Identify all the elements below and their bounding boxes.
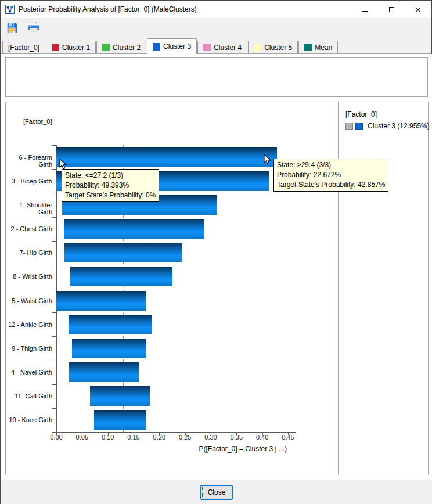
toolbar xyxy=(1,18,431,38)
category-label: 12 - Ankle Girth xyxy=(6,321,52,328)
y-axis-tick xyxy=(52,217,56,218)
tab-color-swatch xyxy=(153,43,160,51)
y-axis-tick xyxy=(52,384,56,385)
tooltip-line: Probability: 49.393% xyxy=(65,181,156,190)
tab-color-swatch xyxy=(52,44,59,51)
tooltip-line: Probability: 22.672% xyxy=(277,170,385,180)
x-tick-label: 0.35 xyxy=(225,434,248,441)
legend-item: Cluster 3 (12.955%) xyxy=(345,122,430,130)
bar-12-ankle-girth[interactable] xyxy=(69,315,152,334)
minimize-icon xyxy=(362,11,368,12)
tabstrip: [Factor_0]Cluster 1Cluster 2Cluster 3Clu… xyxy=(1,38,431,54)
category-label: 9 - Thigh Girth xyxy=(6,345,52,352)
tab-label: Cluster 5 xyxy=(264,44,292,52)
y-axis-tick xyxy=(52,145,56,146)
tooltip-low-state: State: <=27.2 (1/3)Probability: 49.393%T… xyxy=(62,169,159,202)
close-icon: × xyxy=(416,5,421,14)
x-tick-label: 0.05 xyxy=(70,434,93,441)
tooltip-line: Target State's Probability: 0% xyxy=(65,190,156,200)
bar-8-wrist-girth[interactable] xyxy=(70,267,172,286)
category-label: 11- Calf Girth xyxy=(6,393,52,399)
tab-color-swatch xyxy=(254,44,261,51)
x-tick-label: 0.15 xyxy=(122,434,145,441)
bar-5-waist-girth[interactable] xyxy=(56,291,146,311)
bar-11-calf-girth[interactable] xyxy=(90,386,150,406)
tab-cluster-4[interactable]: Cluster 4 xyxy=(197,41,247,53)
tab-cluster-2[interactable]: Cluster 2 xyxy=(96,41,146,53)
y-axis-tick xyxy=(52,289,56,289)
save-icon xyxy=(6,21,19,34)
mouse-cursor-icon xyxy=(59,159,67,170)
x-tick-label: 0.25 xyxy=(174,434,197,441)
close-window-button[interactable]: × xyxy=(405,1,431,18)
print-icon xyxy=(27,21,40,34)
y-axis-tick xyxy=(52,408,56,409)
x-tick-label: 0.45 xyxy=(276,434,300,441)
bar-4-navel-girth[interactable] xyxy=(69,362,139,382)
category-label: 10 - Knee Girth xyxy=(6,416,52,423)
print-button[interactable] xyxy=(26,20,41,35)
mouse-cursor-icon xyxy=(264,154,272,165)
y-axis-tick xyxy=(52,432,56,433)
close-dialog-button[interactable]: Close xyxy=(200,485,233,500)
x-tick-label: 0.00 xyxy=(45,434,68,441)
legend-label: Cluster 3 (12.955%) xyxy=(368,122,430,130)
bar-2-chest-girth[interactable] xyxy=(64,219,204,239)
x-axis-label: P([Factor_0] = Cluster 3 | ...) xyxy=(199,445,287,453)
legend-swatch-target xyxy=(355,123,363,130)
category-label: 7- Hip Girth xyxy=(6,249,52,256)
chart-panel: [Factor_0] P([Factor_0] = Cluster 3 | ..… xyxy=(5,102,334,474)
bar-6-forearm-girth[interactable] xyxy=(56,147,277,167)
tab-color-swatch xyxy=(203,44,211,51)
tab-label: Mean xyxy=(315,44,332,52)
tab-cluster-1[interactable]: Cluster 1 xyxy=(46,41,96,53)
tooltip-line: State: >29.4 (3/3) xyxy=(277,160,385,170)
x-tick-label: 0.20 xyxy=(147,434,171,441)
footer-bar: Close xyxy=(1,480,432,504)
category-label: 5 - Waist Girth xyxy=(6,297,52,304)
tab-label: Cluster 1 xyxy=(62,44,90,52)
category-label: 6 - Forearm Girth xyxy=(6,154,52,168)
category-label: 2 - Chest Girth xyxy=(6,225,52,232)
x-tick-label: 0.10 xyxy=(96,434,120,441)
tab-label: Cluster 2 xyxy=(113,44,141,52)
bar-10-knee-girth[interactable] xyxy=(94,410,146,430)
tab-cluster-5[interactable]: Cluster 5 xyxy=(248,41,298,53)
tab-color-swatch xyxy=(102,44,110,51)
window-controls: × xyxy=(351,1,431,18)
bar-9-thigh-girth[interactable] xyxy=(72,339,147,358)
titlebar: Posterior Probability Analysis of [Facto… xyxy=(1,1,431,18)
tab-label: Cluster 4 xyxy=(214,44,242,52)
tooltip-high-state: State: >29.4 (3/3)Probability: 22.672%Ta… xyxy=(273,159,388,192)
y-axis-tick xyxy=(52,312,56,313)
minimize-button[interactable] xyxy=(351,1,378,18)
app-network-icon xyxy=(5,5,15,14)
tab-cluster-3[interactable]: Cluster 3 xyxy=(147,38,197,54)
y-axis-tick xyxy=(52,361,56,361)
category-label: 4 - Navel Girth xyxy=(6,369,52,376)
category-label: 1- Shoulder Girth xyxy=(6,201,52,215)
y-axis-tick xyxy=(52,265,56,265)
tab-color-swatch xyxy=(304,44,312,51)
legend-title: [Factor_0] xyxy=(345,110,377,118)
save-button[interactable] xyxy=(5,20,20,35)
y-axis-tick xyxy=(52,336,56,337)
y-axis-tick xyxy=(52,241,56,242)
category-label: 8 - Wrist Girth xyxy=(6,273,52,280)
tab-label: [Factor_0] xyxy=(8,44,39,52)
tooltip-line: Target State's Probability: 42.857% xyxy=(277,180,385,190)
y-axis-tick xyxy=(52,193,56,193)
x-tick-label: 0.30 xyxy=(199,434,222,441)
legend-panel: [Factor_0] Cluster 3 (12.955%) xyxy=(338,102,429,474)
bar-7-hip-girth[interactable] xyxy=(64,243,182,262)
tab-mean[interactable]: Mean xyxy=(298,41,338,53)
tab-factor-0[interactable]: [Factor_0] xyxy=(2,41,45,53)
maximize-icon xyxy=(389,7,394,12)
legend-swatch-other xyxy=(345,123,353,130)
content-area: [Factor_0] P([Factor_0] = Cluster 3 | ..… xyxy=(1,54,432,480)
app-window: Posterior Probability Analysis of [Facto… xyxy=(0,0,432,504)
maximize-button[interactable] xyxy=(378,1,405,18)
window-title: Posterior Probability Analysis of [Facto… xyxy=(19,5,197,13)
comment-box xyxy=(5,57,428,97)
y-axis-tick xyxy=(52,169,56,170)
